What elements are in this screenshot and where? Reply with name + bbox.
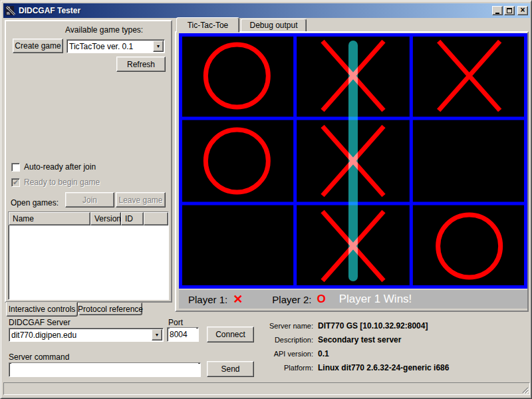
server-combo[interactable]: dit770.digipen.edu ▼ xyxy=(9,328,164,342)
tab-protocol-reference[interactable]: Protocol reference xyxy=(78,303,142,315)
connect-button[interactable]: Connect xyxy=(207,327,254,342)
tab-debug-output[interactable]: Debug output xyxy=(241,19,307,32)
auto-ready-checkbox[interactable]: Auto-ready after join xyxy=(11,162,96,172)
maximize-icon xyxy=(507,8,512,13)
window-title: DIDCGAF Tester xyxy=(19,6,491,15)
command-field-wrap xyxy=(9,362,201,377)
platform-value: Linux dit770 2.6.32-24-generic i686 xyxy=(318,363,449,372)
minimize-icon xyxy=(495,13,499,14)
description-label: Description: xyxy=(259,336,313,344)
create-game-button[interactable]: Create game xyxy=(13,39,63,53)
game-type-combo-value: TicTacToe ver. 0.1 xyxy=(69,42,133,51)
port-field-wrap xyxy=(167,327,199,342)
minimize-button[interactable] xyxy=(492,6,503,15)
server-name-value: DIT770 GS [10.10.32.92:8004] xyxy=(318,321,428,331)
server-info-row: Platform: Linux dit770 2.6.32-24-generic… xyxy=(259,360,449,374)
game-type-combo-dropdown-icon[interactable]: ▼ xyxy=(153,41,164,52)
platform-label: Platform: xyxy=(259,364,313,372)
column-header-name[interactable]: Name xyxy=(9,212,90,225)
server-info-row: API version: 0.1 xyxy=(259,346,449,360)
maximize-button[interactable] xyxy=(504,6,515,15)
player1-mark-x: ✕ xyxy=(233,292,243,307)
player2-mark-o: O xyxy=(317,293,326,306)
api-version-label: API version: xyxy=(259,350,313,358)
join-button[interactable]: Join xyxy=(65,192,114,207)
server-combo-value: dit770.digipen.edu xyxy=(11,331,76,340)
server-info-block: Server name: DIT770 GS [10.10.32.92:8004… xyxy=(259,319,449,374)
column-header-version[interactable]: Version xyxy=(90,212,121,225)
didcgaf-server-label: DIDCGAF Server xyxy=(9,318,70,327)
app-icon[interactable] xyxy=(5,5,16,16)
open-games-label: Open games: xyxy=(11,198,59,207)
titlebar[interactable]: DIDCGAF Tester × xyxy=(3,3,530,18)
open-games-list[interactable]: Name Version ID xyxy=(8,211,169,300)
server-info-row: Description: Secondary test server xyxy=(259,332,449,346)
server-info-row: Server name: DIT770 GS [10.10.32.92:8004… xyxy=(259,319,449,332)
leave-game-button[interactable]: Leave game xyxy=(116,192,166,207)
player2-label: Player 2: xyxy=(272,294,311,305)
win-message: Player 1 Wins! xyxy=(339,293,412,306)
open-games-list-header: Name Version ID xyxy=(9,212,168,225)
window-statusbar xyxy=(3,382,530,395)
resize-grip-icon[interactable] xyxy=(520,385,529,394)
tictactoe-board[interactable] xyxy=(179,33,527,289)
auto-ready-checkbox-box[interactable] xyxy=(11,163,20,172)
tictactoe-board-canvas[interactable] xyxy=(179,33,527,289)
port-label: Port xyxy=(168,318,183,327)
auto-ready-checkbox-label: Auto-ready after join xyxy=(24,162,96,172)
description-value: Secondary test server xyxy=(318,335,401,344)
refresh-button[interactable]: Refresh xyxy=(116,57,166,72)
server-combo-dropdown-icon[interactable]: ▼ xyxy=(152,329,162,340)
server-command-label: Server command xyxy=(9,352,69,362)
port-input[interactable] xyxy=(170,328,196,341)
send-button[interactable]: Send xyxy=(207,361,254,377)
api-version-value: 0.1 xyxy=(318,349,329,358)
server-command-input[interactable] xyxy=(11,363,198,376)
tictactoe-tab-page: Player 1: ✕ Player 2: O Player 1 Wins! xyxy=(175,31,529,312)
available-game-types-label: Available game types: xyxy=(65,25,143,35)
game-status-bar: Player 1: ✕ Player 2: O Player 1 Wins! xyxy=(179,290,527,309)
player1-label: Player 1: xyxy=(188,294,227,305)
column-header-blank[interactable] xyxy=(144,212,168,225)
interactive-controls-panel: Available game types: Create game TicTac… xyxy=(5,20,172,303)
ready-checkbox-box: ✔ xyxy=(11,178,20,187)
close-button[interactable]: × xyxy=(517,6,528,15)
tab-interactive-controls[interactable]: Interactive controls xyxy=(6,302,78,317)
game-type-combo[interactable]: TicTacToe ver. 0.1 ▼ xyxy=(66,39,165,53)
server-name-label: Server name: xyxy=(259,322,313,330)
tab-tic-tac-toe[interactable]: Tic-Tac-Toe xyxy=(176,17,239,33)
close-icon: × xyxy=(520,6,525,14)
ready-checkbox-label: Ready to begin game xyxy=(24,178,100,187)
column-header-id[interactable]: ID xyxy=(121,212,144,225)
app-window: DIDCGAF Tester × Available game types: C… xyxy=(0,0,532,399)
ready-checkbox: ✔ Ready to begin game xyxy=(11,178,100,187)
